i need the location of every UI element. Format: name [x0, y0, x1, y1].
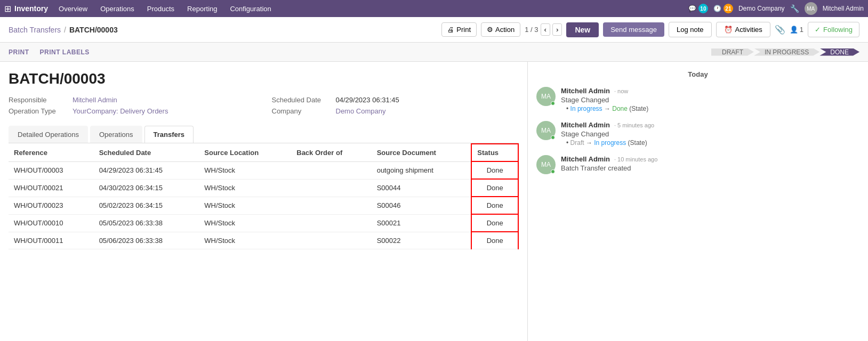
scheduled-date-label: Scheduled Date	[272, 96, 331, 104]
clock-icon: 🕐	[713, 5, 721, 12]
cell-source-document: S00022	[372, 232, 472, 249]
print-button[interactable]: 🖨 Print	[441, 22, 477, 37]
messages-count: 10	[698, 4, 708, 13]
cell-reference: WH/OUT/00021	[9, 179, 94, 197]
table-row[interactable]: WH/OUT/00023 05/02/2023 06:34:15 WH/Stoc…	[9, 197, 518, 214]
chatter-today-label: Today	[536, 70, 859, 78]
nav-configuration[interactable]: Configuration	[224, 3, 276, 15]
company-value[interactable]: Demo Company	[336, 107, 386, 115]
cell-status: Done	[471, 161, 518, 179]
cell-source-location: WH/Stock	[199, 161, 291, 179]
col-scheduled-date: Scheduled Date	[94, 144, 199, 161]
sub-header: Batch Transfers / BATCH/00003 🖨 Print ⚙ …	[0, 17, 868, 43]
form-area: BATCH/00003 Responsible Mitchell Admin S…	[0, 62, 528, 341]
company-field: Company Demo Company	[272, 107, 519, 115]
cell-scheduled-date: 05/05/2023 06:33:38	[94, 214, 199, 232]
cell-reference: WH/OUT/00010	[9, 214, 94, 232]
nav-operations[interactable]: Operations	[95, 3, 140, 15]
col-source-location: Source Location	[199, 144, 291, 161]
pager-prev[interactable]: ‹	[541, 23, 550, 36]
col-reference: Reference	[9, 144, 94, 161]
table-row[interactable]: WH/OUT/00011 05/06/2023 06:33:38 WH/Stoc…	[9, 232, 518, 249]
messages-badge[interactable]: 💬 10	[688, 4, 708, 13]
cell-reference: WH/OUT/00003	[9, 161, 94, 179]
chatter-change: • Draft → In progress (State)	[561, 139, 859, 147]
status-draft[interactable]: DRAFT	[711, 48, 754, 56]
cell-scheduled-date: 04/30/2023 06:34:15	[94, 179, 199, 197]
cell-reference: WH/OUT/00011	[9, 232, 94, 249]
responsible-label: Responsible	[9, 96, 67, 104]
online-dot	[551, 135, 555, 140]
action-button[interactable]: ⚙ Action	[481, 22, 520, 37]
transfers-table: Reference Scheduled Date Source Location…	[9, 143, 519, 249]
cell-source-location: WH/Stock	[199, 197, 291, 214]
nav-reporting[interactable]: Reporting	[182, 3, 222, 15]
print-labels-link[interactable]: PRINT LABELS	[40, 48, 90, 56]
chatter-message: MA Mitchell Admin · now Stage Changed • …	[536, 87, 859, 112]
chatter-action-text: Stage Changed	[561, 96, 859, 104]
nav-overview[interactable]: Overview	[53, 3, 93, 15]
chatter-time: · 10 minutes ago	[614, 156, 657, 163]
user-count[interactable]: 👤 1	[790, 26, 803, 34]
status-done[interactable]: DONE	[819, 48, 859, 56]
cell-status: Done	[471, 197, 518, 214]
cell-back-order	[291, 214, 371, 232]
batch-title: BATCH/00003	[9, 70, 519, 87]
cell-scheduled-date: 05/06/2023 06:33:38	[94, 232, 199, 249]
tab-operations[interactable]: Operations	[90, 126, 142, 143]
form-fields: Responsible Mitchell Admin Scheduled Dat…	[9, 96, 519, 115]
cell-status: Done	[471, 232, 518, 249]
print-link[interactable]: PRINT	[9, 48, 29, 56]
activities-button[interactable]: ⏰ Activities	[716, 22, 770, 37]
tab-transfers[interactable]: Transfers	[144, 126, 194, 143]
user-avatar[interactable]: MA	[805, 2, 817, 15]
tabs: Detailed Operations Operations Transfers	[9, 126, 519, 143]
breadcrumb-current: BATCH/00003	[69, 26, 118, 34]
table-row[interactable]: WH/OUT/00010 05/05/2023 06:33:38 WH/Stoc…	[9, 214, 518, 232]
responsible-value[interactable]: Mitchell Admin	[73, 96, 117, 104]
cell-back-order	[291, 161, 371, 179]
table-row[interactable]: WH/OUT/00003 04/29/2023 06:31:45 WH/Stoc…	[9, 161, 518, 179]
chat-icon: 💬	[688, 5, 696, 12]
main-layout: BATCH/00003 Responsible Mitchell Admin S…	[0, 62, 868, 341]
print-bar: PRINT PRINT LABELS DRAFT IN PROGRESS DON…	[0, 43, 868, 62]
chatter-message: MA Mitchell Admin · 10 minutes ago Batch…	[536, 155, 859, 174]
attach-icon[interactable]: 📎	[775, 25, 785, 35]
chatter-action-text: Stage Changed	[561, 130, 859, 138]
tools-icon[interactable]: 🔧	[790, 4, 799, 13]
chatter-avatar: MA	[536, 87, 556, 106]
pager-next[interactable]: ›	[552, 23, 562, 36]
clock-badge[interactable]: 🕐 21	[713, 4, 733, 13]
cell-source-document: S00021	[372, 214, 472, 232]
cell-back-order	[291, 197, 371, 214]
chatter-change: • In progress → Done (State)	[561, 105, 859, 112]
chatter-time: · now	[614, 88, 628, 94]
scheduled-date-value: 04/29/2023 06:31:45	[336, 96, 399, 104]
cell-source-document: outgoing shipment	[372, 161, 472, 179]
cell-source-location: WH/Stock	[199, 232, 291, 249]
online-dot	[551, 169, 555, 174]
top-navigation: ⊞ Inventory Overview Operations Products…	[0, 0, 868, 17]
send-message-button[interactable]: Send message	[603, 22, 664, 37]
cell-source-location: WH/Stock	[199, 214, 291, 232]
following-button[interactable]: ✓ Following	[808, 22, 859, 37]
top-nav-right: 💬 10 🕐 21 Demo Company 🔧 MA Mitchell Adm…	[688, 2, 864, 15]
operation-type-value[interactable]: YourCompany: Delivery Orders	[73, 107, 168, 115]
table-row[interactable]: WH/OUT/00021 04/30/2023 06:34:15 WH/Stoc…	[9, 179, 518, 197]
company-name: Demo Company	[738, 5, 785, 12]
nav-products[interactable]: Products	[142, 3, 180, 15]
chatter-action-text: Batch Transfer created	[561, 164, 859, 172]
log-note-button[interactable]: Log note	[669, 22, 712, 37]
app-logo[interactable]: ⊞ Inventory	[4, 4, 48, 14]
status-inprogress[interactable]: IN PROGRESS	[754, 48, 819, 56]
chatter-author: Mitchell Admin	[561, 87, 610, 95]
cell-status: Done	[471, 179, 518, 197]
cell-reference: WH/OUT/00023	[9, 197, 94, 214]
chatter-content: Mitchell Admin · 10 minutes ago Batch Tr…	[561, 155, 859, 174]
new-button[interactable]: New	[566, 22, 599, 37]
cell-scheduled-date: 05/02/2023 06:34:15	[94, 197, 199, 214]
breadcrumb-parent[interactable]: Batch Transfers	[9, 26, 61, 34]
chatter-message: MA Mitchell Admin · 5 minutes ago Stage …	[536, 121, 859, 147]
cell-back-order	[291, 232, 371, 249]
tab-detailed-operations[interactable]: Detailed Operations	[9, 126, 88, 143]
